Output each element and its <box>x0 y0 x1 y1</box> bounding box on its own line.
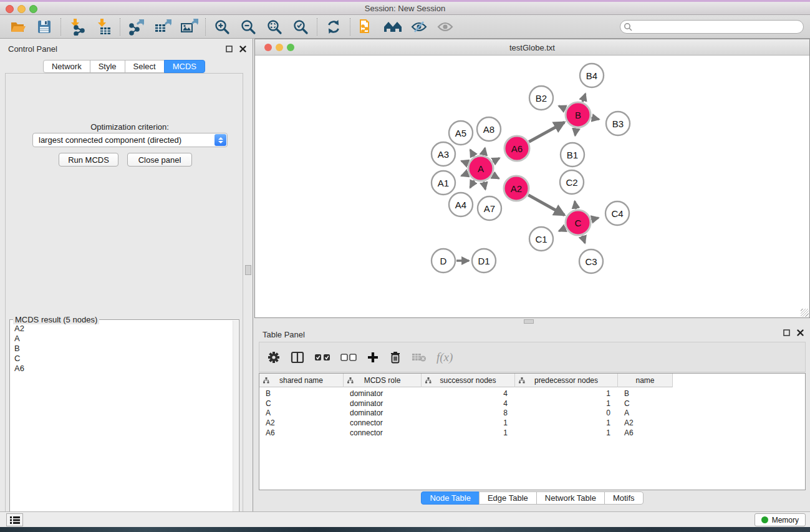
show-columns-button[interactable] <box>291 348 304 367</box>
save-session-button[interactable] <box>31 16 57 37</box>
graph-edge-A6-B[interactable] <box>529 122 564 142</box>
search-input[interactable] <box>620 20 804 34</box>
graph-edge-A-A3[interactable] <box>461 161 468 163</box>
graph-node-B4[interactable]: B4 <box>580 64 604 87</box>
run-mcds-button[interactable]: Run MCDS <box>59 153 118 167</box>
column-header-successor-nodes[interactable]: successor nodes <box>422 374 515 387</box>
graph-node-A7[interactable]: A7 <box>478 196 501 220</box>
tab-select[interactable]: Select <box>125 60 165 73</box>
memory-button[interactable]: Memory <box>755 513 806 526</box>
function-builder-button[interactable]: f(x) <box>436 348 453 367</box>
result-item[interactable]: B <box>11 344 232 354</box>
result-item[interactable]: C <box>11 354 232 364</box>
column-header-shared-name[interactable]: shared name <box>259 374 344 387</box>
graph-edge-A2-C[interactable] <box>528 195 564 215</box>
deselect-all-button[interactable] <box>340 348 357 367</box>
graph-node-C4[interactable]: C4 <box>605 201 629 225</box>
graph-edge-B-B4[interactable] <box>582 94 586 102</box>
result-item[interactable]: A6 <box>11 364 232 374</box>
graph-edge-A-A4[interactable] <box>470 180 474 188</box>
optimization-dropdown[interactable]: largest connected component (directed) <box>32 133 228 147</box>
float-panel-button[interactable] <box>224 44 234 54</box>
graph-edge-B-B2[interactable] <box>559 106 566 109</box>
graph-node-B1[interactable]: B1 <box>561 143 584 167</box>
tab-mcds[interactable]: MCDS <box>164 60 205 73</box>
column-header-name[interactable]: name <box>618 374 673 387</box>
table-float-button[interactable] <box>781 327 791 337</box>
graph-edge-B-B1[interactable] <box>575 128 576 136</box>
graph-node-D[interactable]: D <box>432 249 455 273</box>
export-image-button[interactable] <box>176 16 202 37</box>
graph-node-B3[interactable]: B3 <box>606 112 630 135</box>
import-table-button[interactable] <box>90 16 117 37</box>
graph-edge-A-A5[interactable] <box>470 150 474 157</box>
delete-row-button[interactable] <box>389 348 402 367</box>
graph-edge-C-C1[interactable] <box>559 228 566 231</box>
table-tab-edge-table[interactable]: Edge Table <box>479 491 537 505</box>
graph-edge-C-C3[interactable] <box>582 236 585 243</box>
hide-panels-button[interactable] <box>406 16 432 37</box>
window-resize-grip[interactable] <box>801 309 809 317</box>
graph-node-A8[interactable]: A8 <box>477 117 501 141</box>
graph-node-A1[interactable]: A1 <box>432 171 455 195</box>
graph-edge-C-C2[interactable] <box>575 201 576 210</box>
graph-node-B[interactable]: B <box>566 102 591 127</box>
graph-edge-A-A8[interactable] <box>483 148 485 155</box>
network-window-titlebar[interactable]: testGlobe.txt <box>255 39 809 56</box>
graph-edge-A-A7[interactable] <box>484 181 486 189</box>
tab-network[interactable]: Network <box>43 60 90 73</box>
open-session-button[interactable] <box>5 16 31 37</box>
table-header-row: shared nameMCDS rolesuccessor nodesprede… <box>259 374 673 387</box>
table-tab-motifs[interactable]: Motifs <box>604 491 644 505</box>
graph-node-C1[interactable]: C1 <box>529 227 553 251</box>
close-panel-action-button[interactable]: Close panel <box>127 153 192 167</box>
graph-node-A[interactable]: A <box>468 156 493 181</box>
import-network-button[interactable] <box>64 16 90 37</box>
result-scrollbar[interactable] <box>233 321 238 531</box>
close-panel-button[interactable] <box>238 44 248 54</box>
delete-table-button[interactable] <box>412 348 427 367</box>
graph-edge-A-A2[interactable] <box>493 175 499 179</box>
new-network-from-file-button[interactable] <box>354 16 380 37</box>
table-tab-node-table[interactable]: Node Table <box>421 491 480 505</box>
graph-node-A4[interactable]: A4 <box>449 193 473 216</box>
graph-node-A2[interactable]: A2 <box>504 176 529 201</box>
node-label: A4 <box>455 200 466 210</box>
column-header-predecessor-nodes[interactable]: predecessor nodes <box>515 374 618 387</box>
table-divider-grip[interactable] <box>524 319 534 324</box>
export-network-button[interactable] <box>123 16 150 37</box>
graph-edge-C-C4[interactable] <box>591 218 598 220</box>
show-panels-button[interactable] <box>432 16 458 37</box>
zoom-selected-button[interactable] <box>287 16 314 37</box>
graph-node-C[interactable]: C <box>566 210 591 235</box>
graph-edge-A-A6[interactable] <box>493 158 499 162</box>
table-tab-network-table[interactable]: Network Table <box>536 491 605 505</box>
graph-edge-A-A1[interactable] <box>461 173 468 176</box>
graph-node-B2[interactable]: B2 <box>529 86 553 110</box>
cell-shared-name: B <box>259 389 344 399</box>
column-header-MCDS-role[interactable]: MCDS role <box>344 374 422 387</box>
export-table-button[interactable] <box>150 16 176 37</box>
home-button[interactable] <box>380 16 406 37</box>
result-item[interactable]: A2 <box>11 324 232 334</box>
zoom-in-button[interactable] <box>209 16 235 37</box>
network-canvas[interactable]: B4B2BB3A5A8A6B1A3AA1C2A2A4A7C4CC1C3DD1 <box>255 56 809 317</box>
zoom-fit-button[interactable] <box>261 16 287 37</box>
select-all-button[interactable] <box>314 348 330 367</box>
graph-node-A3[interactable]: A3 <box>432 142 455 166</box>
table-settings-button[interactable] <box>267 348 281 367</box>
task-history-button[interactable] <box>6 513 23 526</box>
graph-node-A6[interactable]: A6 <box>504 136 529 161</box>
panel-divider-grip[interactable] <box>245 265 251 275</box>
graph-node-C3[interactable]: C3 <box>579 249 603 273</box>
graph-node-C2[interactable]: C2 <box>560 170 584 194</box>
table-close-button[interactable] <box>795 327 805 337</box>
add-row-button[interactable] <box>367 348 379 367</box>
refresh-layout-button[interactable] <box>321 16 347 37</box>
graph-node-A5[interactable]: A5 <box>449 121 473 145</box>
graph-edge-B-B3[interactable] <box>591 118 599 120</box>
zoom-out-button[interactable] <box>235 16 261 37</box>
graph-node-D1[interactable]: D1 <box>472 249 496 273</box>
tab-style[interactable]: Style <box>90 60 125 73</box>
result-item[interactable]: A <box>11 334 232 344</box>
